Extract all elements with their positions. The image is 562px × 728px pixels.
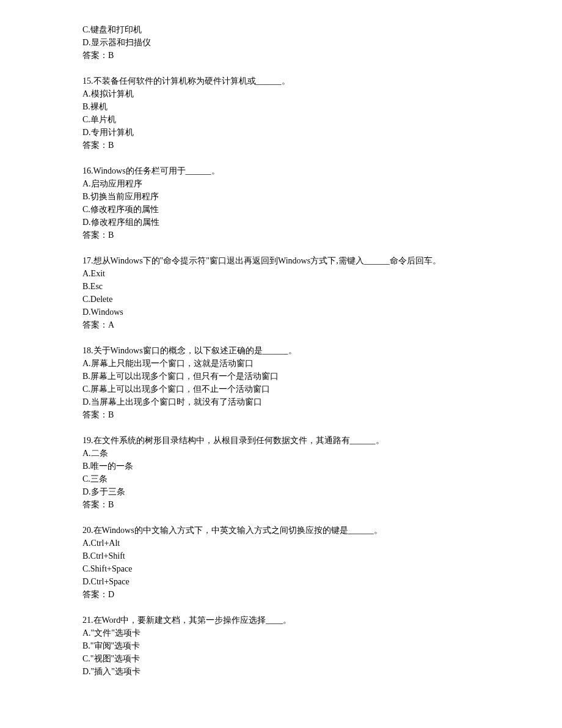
option-text: D."插入"选项卡	[82, 665, 562, 678]
question-fragment: C.键盘和打印机 D.显示器和扫描仪 答案：B	[82, 23, 562, 62]
option-text: D.多于三条	[82, 485, 562, 498]
option-text: A.模拟计算机	[82, 87, 562, 100]
option-text: C.三条	[82, 472, 562, 485]
answer-text: 答案：A	[82, 318, 562, 331]
question-block: 17.想从Windows下的"命令提示符"窗口退出再返回到Windows方式下,…	[82, 254, 562, 331]
answer-text: 答案：B	[82, 139, 562, 152]
answer-text: 答案：B	[82, 229, 562, 241]
option-text: D.专用计算机	[82, 126, 562, 139]
option-text: B.唯一的一条	[82, 460, 562, 472]
option-text: A.启动应用程序	[82, 177, 562, 190]
option-text: A.二条	[82, 447, 562, 460]
option-text: B.Esc	[82, 280, 562, 293]
question-stem: 20.在Windows的中文输入方式下，中英文输入方式之间切换应按的键是____…	[82, 524, 562, 537]
question-stem: 18.关于Windows窗口的概念，以下叙述正确的是______。	[82, 344, 562, 357]
question-stem: 21.在Word中，要新建文档，其第一步操作应选择____。	[82, 614, 562, 627]
question-block: 18.关于Windows窗口的概念，以下叙述正确的是______。 A.屏幕上只…	[82, 344, 562, 421]
question-stem: 19.在文件系统的树形目录结构中，从根目录到任何数据文件，其通路有______。	[82, 434, 562, 447]
option-text: C."视图"选项卡	[82, 652, 562, 665]
question-stem: 16.Windows的任务栏可用于______。	[82, 164, 562, 177]
option-text: B.裸机	[82, 100, 562, 113]
option-text: D.当屏幕上出现多个窗口时，就没有了活动窗口	[82, 395, 562, 408]
answer-text: 答案：B	[82, 498, 562, 511]
option-text: A.Exit	[82, 267, 562, 280]
option-text: B.切换当前应用程序	[82, 190, 562, 203]
option-text: C.单片机	[82, 113, 562, 126]
option-text: B.Ctrl+Shift	[82, 550, 562, 562]
option-text: D.Ctrl+Space	[82, 575, 562, 588]
answer-text: 答案：B	[82, 49, 562, 62]
question-stem: 15.不装备任何软件的计算机称为硬件计算机或______。	[82, 75, 562, 87]
question-block: 15.不装备任何软件的计算机称为硬件计算机或______。 A.模拟计算机 B.…	[82, 75, 562, 152]
question-block: 21.在Word中，要新建文档，其第一步操作应选择____。 A."文件"选项卡…	[82, 614, 562, 678]
answer-text: 答案：B	[82, 408, 562, 421]
option-text: C.键盘和打印机	[82, 23, 562, 36]
question-stem: 17.想从Windows下的"命令提示符"窗口退出再返回到Windows方式下,…	[82, 254, 562, 267]
option-text: C.修改程序项的属性	[82, 203, 562, 216]
document-page: C.键盘和打印机 D.显示器和扫描仪 答案：B 15.不装备任何软件的计算机称为…	[0, 0, 562, 708]
question-block: 16.Windows的任务栏可用于______。 A.启动应用程序 B.切换当前…	[82, 164, 562, 241]
option-text: D.修改程序组的属性	[82, 216, 562, 229]
option-text: A."文件"选项卡	[82, 627, 562, 639]
question-block: 20.在Windows的中文输入方式下，中英文输入方式之间切换应按的键是____…	[82, 524, 562, 601]
option-text: B.屏幕上可以出现多个窗口，但只有一个是活动窗口	[82, 370, 562, 383]
option-text: C.屏幕上可以出现多个窗口，但不止一个活动窗口	[82, 383, 562, 395]
option-text: D.Windows	[82, 306, 562, 318]
answer-text: 答案：D	[82, 588, 562, 601]
option-text: C.Shift+Space	[82, 562, 562, 575]
option-text: A.屏幕上只能出现一个窗口，这就是活动窗口	[82, 357, 562, 370]
option-text: A.Ctrl+Alt	[82, 537, 562, 550]
option-text: D.显示器和扫描仪	[82, 36, 562, 49]
question-block: 19.在文件系统的树形目录结构中，从根目录到任何数据文件，其通路有______。…	[82, 434, 562, 511]
option-text: C.Delete	[82, 293, 562, 306]
option-text: B."审阅"选项卡	[82, 639, 562, 652]
